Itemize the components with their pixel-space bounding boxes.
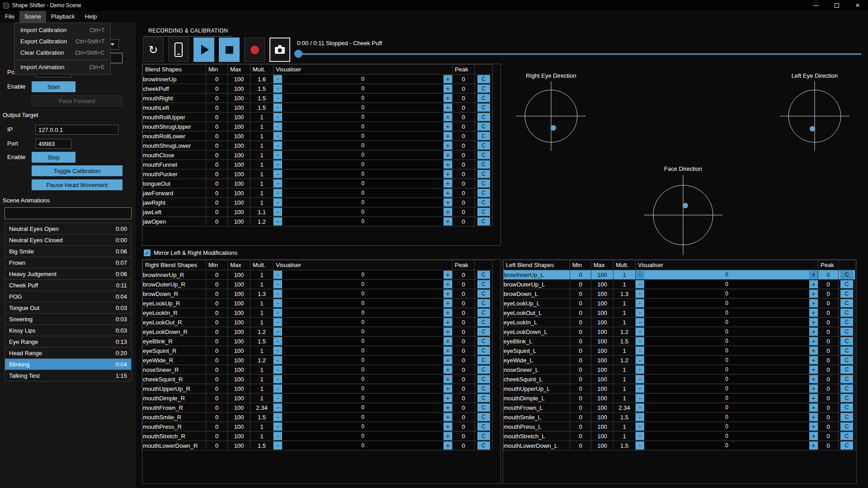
mult-value[interactable]: 1	[250, 299, 274, 308]
plus-button[interactable]: +	[443, 394, 452, 402]
minus-button[interactable]: -	[636, 337, 644, 345]
max-value[interactable]: 100	[228, 308, 250, 318]
clear-peak-button[interactable]: C	[477, 318, 490, 326]
plus-button[interactable]: +	[809, 271, 818, 279]
stop-button[interactable]	[219, 38, 240, 62]
minus-button[interactable]: -	[274, 422, 282, 431]
plus-button[interactable]: +	[809, 366, 818, 374]
plus-button[interactable]: +	[443, 141, 452, 150]
mult-value[interactable]: 1	[250, 179, 274, 188]
blend-shape-row[interactable]: eyeWide_R01001.2-0+0C	[143, 356, 493, 365]
clear-peak-button[interactable]: C	[477, 170, 490, 178]
blend-shape-row[interactable]: eyeLookUp_R01001-0+0C	[143, 299, 493, 308]
min-value[interactable]: 0	[206, 198, 228, 207]
min-value[interactable]: 0	[570, 356, 591, 365]
mult-value[interactable]: 1	[250, 160, 274, 169]
min-value[interactable]: 0	[206, 131, 228, 141]
min-value[interactable]: 0	[570, 403, 591, 413]
clear-peak-button[interactable]: C	[477, 141, 490, 150]
plus-button[interactable]: +	[443, 337, 452, 345]
max-value[interactable]: 100	[228, 160, 250, 169]
max-value[interactable]: 100	[228, 84, 250, 94]
clear-peak-button[interactable]: C	[477, 84, 490, 93]
mult-value[interactable]: 1	[613, 422, 636, 432]
clear-peak-button[interactable]: C	[477, 208, 490, 216]
min-value[interactable]: 0	[206, 150, 228, 160]
max-value[interactable]: 100	[228, 131, 250, 141]
min-value[interactable]: 0	[570, 432, 591, 441]
min-value[interactable]: 0	[570, 299, 591, 308]
mult-value[interactable]: 1	[613, 384, 636, 394]
mult-value[interactable]: 1	[250, 422, 274, 432]
minus-button[interactable]: -	[274, 141, 282, 150]
plus-button[interactable]: +	[443, 356, 452, 364]
clear-peak-button[interactable]: C	[477, 337, 490, 345]
clear-peak-button[interactable]: C	[477, 309, 490, 317]
min-value[interactable]: 0	[206, 217, 228, 226]
clear-peak-button[interactable]: C	[477, 375, 490, 383]
minus-button[interactable]: -	[274, 299, 282, 307]
mult-value[interactable]: 1.5	[613, 441, 636, 450]
blend-shape-row[interactable]: browInnerUp_R01001-0+0C	[143, 270, 493, 280]
menu-playback[interactable]: Playback	[46, 11, 80, 23]
max-value[interactable]: 100	[591, 289, 613, 299]
minus-button[interactable]: -	[274, 385, 282, 393]
min-value[interactable]: 0	[570, 394, 591, 403]
minus-button[interactable]: -	[274, 366, 282, 374]
blend-shape-row[interactable]: mouthRollLower01001-0+0C	[143, 131, 493, 141]
clear-peak-button[interactable]: C	[840, 318, 853, 326]
max-value[interactable]: 100	[228, 280, 250, 289]
max-value[interactable]: 100	[228, 394, 250, 403]
clear-peak-button[interactable]: C	[477, 103, 490, 112]
blend-shape-row[interactable]: jawOpen01001.2-0+0C	[143, 217, 493, 226]
min-value[interactable]: 0	[206, 422, 228, 432]
phone-source-button[interactable]	[168, 38, 189, 62]
blend-shape-row[interactable]: mouthFunnel01001-0+0C	[143, 160, 493, 169]
max-value[interactable]: 100	[591, 441, 613, 450]
blend-shape-row[interactable]: jawForward01001-0+0C	[143, 188, 493, 198]
clear-peak-button[interactable]: C	[477, 271, 490, 279]
plus-button[interactable]: +	[809, 347, 818, 355]
mult-value[interactable]: 1.5	[250, 441, 274, 450]
minus-button[interactable]: -	[636, 356, 644, 364]
plus-button[interactable]: +	[443, 217, 452, 225]
menu-scene[interactable]: Scene	[19, 11, 46, 23]
plus-button[interactable]: +	[443, 160, 452, 169]
clear-peak-button[interactable]: C	[840, 432, 853, 440]
min-value[interactable]: 0	[570, 422, 591, 432]
max-value[interactable]: 100	[228, 422, 250, 432]
mult-value[interactable]: 1	[613, 365, 636, 375]
min-value[interactable]: 0	[206, 432, 228, 441]
max-value[interactable]: 100	[228, 413, 250, 422]
minus-button[interactable]: -	[636, 309, 644, 317]
mult-value[interactable]: 1	[250, 308, 274, 318]
menu-option-clear-calibration[interactable]: Clear CalibrationCtrl+Shift+C	[14, 47, 110, 58]
min-value[interactable]: 0	[206, 346, 228, 356]
min-value[interactable]: 0	[206, 207, 228, 217]
play-button[interactable]	[193, 38, 214, 62]
min-value[interactable]: 0	[206, 280, 228, 289]
minus-button[interactable]: -	[636, 422, 644, 431]
clear-peak-button[interactable]: C	[477, 290, 490, 298]
mult-value[interactable]: 1	[250, 375, 274, 384]
animation-item[interactable]: Kissy Lips0:03	[5, 325, 131, 336]
min-value[interactable]: 0	[206, 318, 228, 327]
max-value[interactable]: 100	[228, 289, 250, 299]
mult-value[interactable]: 1.5	[250, 103, 274, 113]
plus-button[interactable]: +	[443, 404, 452, 412]
refresh-button[interactable]: ↻	[143, 38, 164, 62]
min-value[interactable]: 0	[206, 337, 228, 346]
clear-peak-button[interactable]: C	[840, 413, 853, 421]
mult-value[interactable]: 1	[250, 365, 274, 375]
minus-button[interactable]: -	[636, 441, 644, 450]
min-value[interactable]: 0	[206, 327, 228, 337]
blend-shape-row[interactable]: mouthShrugUpper01001-0+0C	[143, 122, 493, 131]
min-value[interactable]: 0	[206, 270, 228, 280]
mult-value[interactable]: 1	[613, 375, 636, 384]
minus-button[interactable]: -	[274, 160, 282, 169]
mult-value[interactable]: 1.3	[613, 289, 636, 299]
mult-value[interactable]: 1.5	[613, 337, 636, 346]
animation-item[interactable]: Tongue Out0:03	[5, 302, 131, 314]
plus-button[interactable]: +	[809, 404, 818, 412]
mult-value[interactable]: 1	[250, 131, 274, 141]
